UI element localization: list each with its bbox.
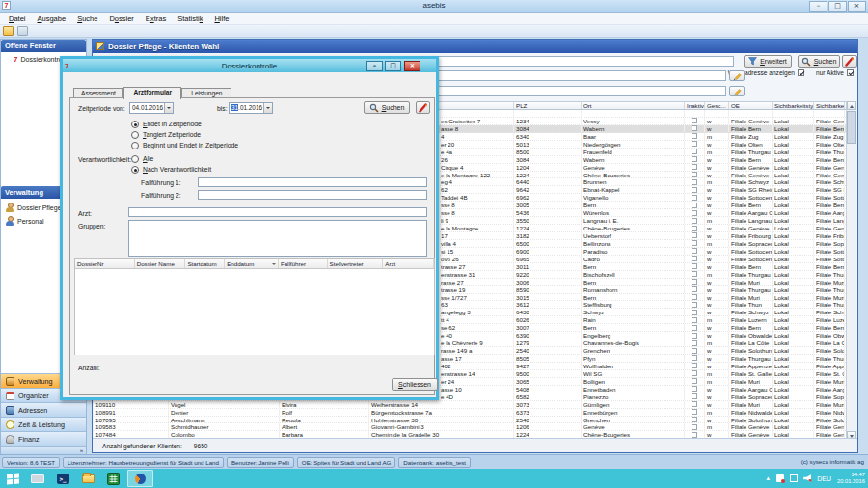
inaktiv-checkbox[interactable] bbox=[692, 210, 697, 216]
table-row[interactable]: 107095AeschlimannRegulaHohlenstrasse 302… bbox=[94, 417, 846, 424]
tray-expand-icon[interactable]: ▲ bbox=[765, 475, 771, 481]
inaktiv-checkbox[interactable] bbox=[692, 417, 697, 422]
radio-endet-in-zeitperiode[interactable]: Endet in Zeitperiode bbox=[131, 119, 238, 129]
fallfuehrung2-input[interactable] bbox=[198, 190, 427, 200]
column-header-inaktiv[interactable]: Inaktiv bbox=[685, 102, 705, 109]
inaktiv-checkbox[interactable] bbox=[692, 149, 697, 154]
toolbar-folder-icon[interactable] bbox=[3, 26, 14, 36]
taskbar-green-app-icon[interactable] bbox=[100, 469, 125, 488]
inaktiv-checkbox[interactable] bbox=[692, 294, 697, 300]
inaktiv-checkbox[interactable] bbox=[692, 172, 697, 177]
inaktiv-checkbox[interactable] bbox=[692, 363, 697, 368]
radio-button[interactable] bbox=[131, 155, 139, 163]
inaktiv-checkbox[interactable] bbox=[692, 393, 697, 399]
inaktiv-checkbox[interactable] bbox=[692, 141, 697, 147]
nav-options-chevron[interactable]: » bbox=[1, 446, 86, 454]
nav-adressen[interactable]: Adressen bbox=[1, 402, 86, 417]
inaktiv-checkbox[interactable] bbox=[692, 125, 697, 131]
dossier-column-dossier-name[interactable]: Dossier Name bbox=[135, 259, 186, 268]
inaktiv-checkbox[interactable] bbox=[692, 310, 697, 315]
inaktiv-checkbox[interactable] bbox=[692, 156, 697, 162]
inaktiv-checkbox[interactable] bbox=[692, 317, 697, 323]
menu-item-suche[interactable]: Suche bbox=[71, 14, 103, 23]
schliessen-button[interactable]: Schliessen bbox=[392, 378, 438, 391]
checkbox-box[interactable] bbox=[798, 69, 804, 76]
dossier-column-dossiernr[interactable]: DossierNr bbox=[75, 259, 135, 268]
dossier-column-stellvertreter[interactable]: Stellvertreter bbox=[328, 259, 384, 268]
taskbar-clock[interactable]: 14:47 20.01.2016 bbox=[837, 472, 865, 485]
radio-beginnt-und-endet-in-zeitperiode[interactable]: Beginnt und Endet in Zeitperiode bbox=[131, 140, 238, 150]
dialog-clear-button[interactable] bbox=[416, 101, 430, 114]
column-header-ort[interactable]: Ort bbox=[582, 102, 685, 109]
menu-item-dossier[interactable]: Dossier bbox=[103, 14, 139, 23]
fallfuehrung1-input[interactable] bbox=[198, 177, 427, 187]
inaktiv-checkbox[interactable] bbox=[692, 432, 697, 438]
inaktiv-checkbox[interactable] bbox=[692, 195, 697, 201]
dossier-column-arzt[interactable]: Arzt bbox=[383, 259, 434, 268]
radio-button[interactable] bbox=[131, 121, 139, 128]
inaktiv-checkbox[interactable] bbox=[692, 348, 697, 354]
inaktiv-checkbox[interactable] bbox=[692, 226, 697, 231]
column-header-sicht[interactable]: Sichtbarkeit bbox=[814, 102, 845, 109]
column-header-oe[interactable]: OE bbox=[729, 102, 773, 109]
menu-item-hilfe[interactable]: Hilfe bbox=[208, 14, 234, 23]
inaktiv-checkbox[interactable] bbox=[692, 378, 697, 384]
inaktiv-checkbox[interactable] bbox=[692, 133, 697, 139]
checkbox-box[interactable] bbox=[847, 69, 854, 76]
restore-icon[interactable] bbox=[828, 1, 847, 12]
inaktiv-checkbox[interactable] bbox=[692, 248, 697, 254]
klient-edit-button[interactable] bbox=[729, 70, 745, 81]
dialog-suchen-button[interactable]: Suchen bbox=[364, 101, 410, 114]
menu-item-ausgabe[interactable]: Ausgabe bbox=[32, 14, 72, 23]
dialog-minimize-icon[interactable]: – bbox=[366, 61, 383, 71]
radio-tangiert-zeitperiode[interactable]: Tangiert Zeitperiode bbox=[131, 129, 238, 140]
clear-search-button[interactable] bbox=[842, 55, 857, 68]
action-center-icon[interactable] bbox=[776, 474, 784, 482]
nav-finanz[interactable]: Finanz bbox=[1, 431, 86, 446]
menu-item-statistik[interactable]: Statistik bbox=[172, 14, 208, 23]
inaktiv-checkbox[interactable] bbox=[692, 271, 697, 277]
scroll-thumb[interactable] bbox=[847, 111, 856, 144]
inaktiv-checkbox[interactable] bbox=[692, 286, 697, 292]
inaktiv-checkbox[interactable] bbox=[692, 203, 697, 208]
language-indicator[interactable]: DEU bbox=[817, 475, 831, 482]
inaktiv-checkbox[interactable] bbox=[692, 355, 697, 361]
inaktiv-checkbox[interactable] bbox=[692, 325, 697, 331]
dossier-column-enddatum[interactable]: Enddatum bbox=[225, 259, 279, 268]
inaktiv-checkbox[interactable] bbox=[692, 370, 697, 376]
network-icon[interactable] bbox=[790, 474, 798, 482]
gruppen-textarea[interactable] bbox=[128, 220, 427, 257]
dialog-maximize-icon[interactable]: □ bbox=[385, 61, 401, 71]
taskbar-folder-icon[interactable] bbox=[75, 469, 100, 488]
arzt-input[interactable] bbox=[128, 207, 427, 217]
inaktiv-checkbox[interactable] bbox=[692, 232, 697, 238]
toolbar-back-icon[interactable] bbox=[17, 26, 28, 36]
inaktiv-checkbox[interactable] bbox=[692, 424, 697, 430]
inaktiv-checkbox[interactable] bbox=[692, 386, 697, 392]
volume-muted-icon[interactable] bbox=[803, 474, 811, 482]
column-header-gesch[interactable]: Gesc... bbox=[705, 102, 729, 109]
dossier-column-fallf-hrer[interactable]: Fallführer bbox=[279, 259, 328, 268]
start-button[interactable] bbox=[0, 469, 25, 488]
scroll-up-icon[interactable] bbox=[847, 101, 856, 110]
inaktiv-checkbox[interactable] bbox=[692, 409, 697, 415]
inaktiv-checkbox[interactable] bbox=[692, 401, 697, 407]
inaktiv-checkbox[interactable] bbox=[692, 240, 697, 246]
inaktiv-checkbox[interactable] bbox=[692, 279, 697, 285]
taskbar-asebis-button[interactable] bbox=[127, 470, 153, 487]
column-header-plz[interactable]: PLZ bbox=[514, 102, 582, 109]
taskbar-device-icon[interactable] bbox=[25, 469, 50, 488]
radio-button[interactable] bbox=[131, 142, 139, 149]
radio-button[interactable] bbox=[131, 166, 139, 174]
bis-date-combo[interactable]: 31.01.2016 bbox=[229, 102, 273, 114]
inaktiv-checkbox[interactable] bbox=[692, 256, 697, 261]
inaktiv-checkbox[interactable] bbox=[692, 118, 697, 123]
suchen-button[interactable]: Suchen bbox=[798, 55, 840, 68]
inaktiv-checkbox[interactable] bbox=[692, 340, 697, 346]
inaktiv-checkbox[interactable] bbox=[692, 187, 697, 193]
dropdown-icon[interactable] bbox=[263, 103, 272, 113]
taskbar-powershell-icon[interactable]: >_ bbox=[50, 469, 75, 488]
table-row[interactable]: 108991DenierRolfBürgenstockstrasse 7a637… bbox=[94, 409, 846, 417]
nav-zeit-leistung[interactable]: Zeit & Leistung bbox=[1, 417, 86, 431]
table-row[interactable]: 109110VogelElviraWeiherstrasse 143073Güm… bbox=[94, 401, 846, 409]
